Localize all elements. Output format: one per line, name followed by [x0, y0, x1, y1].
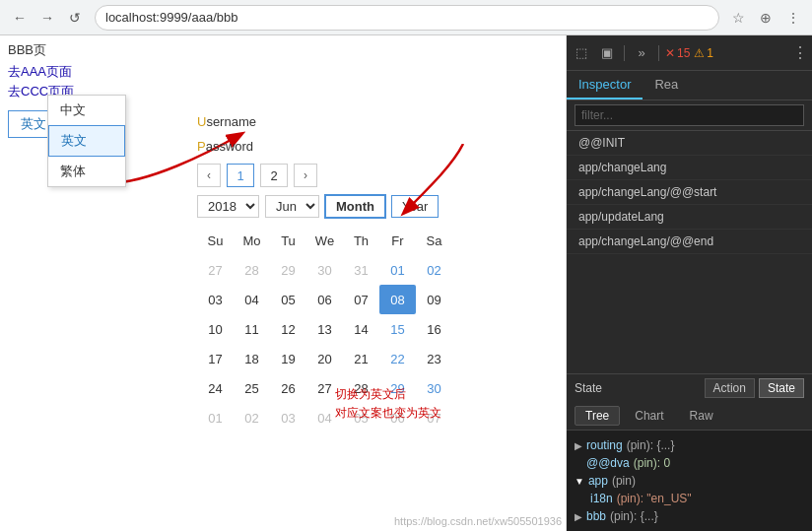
cal-cell[interactable]: 12: [270, 314, 306, 344]
next-page-button[interactable]: ›: [294, 164, 317, 187]
calendar-row-2: 10 11 12 13 14 15 16: [197, 314, 453, 344]
filter-input[interactable]: [575, 104, 804, 126]
back-button[interactable]: ←: [8, 6, 32, 30]
day-header-sa: Sa: [416, 226, 452, 255]
cal-cell[interactable]: 05: [270, 285, 306, 314]
cal-cell[interactable]: 28: [234, 255, 270, 285]
cal-cell[interactable]: 21: [343, 344, 379, 373]
devtools-menu-icon[interactable]: ⋮: [792, 43, 808, 62]
page-title: BBB页: [8, 41, 558, 59]
toolbar-separator: [624, 45, 625, 61]
tree-key: app: [588, 474, 608, 488]
day-header-tu: Tu: [270, 226, 306, 255]
tab-raw[interactable]: Raw: [679, 406, 724, 426]
cal-cell[interactable]: 26: [270, 373, 306, 403]
password-label: Password: [197, 139, 256, 154]
tree-routing[interactable]: ▶ routing (pin): {...}: [575, 436, 804, 454]
cal-cell[interactable]: 19: [270, 344, 306, 373]
month-select[interactable]: Jun: [265, 195, 319, 218]
lang-option-zhtw[interactable]: 繁体: [48, 157, 125, 186]
error-icon: ✕: [665, 46, 675, 60]
calendar-row-0: 27 28 29 30 31 01 02: [197, 255, 453, 285]
forward-button[interactable]: →: [35, 6, 59, 30]
inspector-item-changelang[interactable]: app/changeLang: [567, 156, 812, 180]
cal-cell[interactable]: 02: [234, 403, 270, 432]
inspect-element-icon[interactable]: ⬚: [571, 42, 592, 64]
tree-bbb[interactable]: ▶ bbb (pin): {...}: [575, 507, 804, 525]
responsive-icon[interactable]: ▣: [596, 42, 618, 64]
cal-cell[interactable]: 03: [197, 285, 234, 314]
lang-option-zhcn[interactable]: 中文: [48, 96, 125, 125]
year-select[interactable]: 2018: [197, 195, 259, 218]
cal-cell[interactable]: 22: [379, 344, 416, 373]
lang-option-en[interactable]: 英文: [48, 125, 125, 157]
action-button[interactable]: Action: [705, 378, 755, 398]
cal-cell[interactable]: 04: [234, 285, 270, 314]
username-label: Username: [197, 114, 256, 129]
cal-cell[interactable]: 23: [416, 344, 452, 373]
inspector-item-init[interactable]: @@INIT: [567, 131, 812, 156]
bookmark-icon[interactable]: ☆: [727, 7, 749, 29]
browser-icons: ☆ ⊕ ⋮: [727, 7, 804, 29]
cal-cell[interactable]: 07: [343, 285, 379, 314]
cal-cell[interactable]: 31: [343, 255, 379, 285]
cal-cell[interactable]: 29: [270, 255, 306, 285]
cal-cell[interactable]: 17: [197, 344, 234, 373]
cal-cell[interactable]: 09: [416, 285, 452, 314]
cal-cell[interactable]: 15: [379, 314, 416, 344]
state-button[interactable]: State: [759, 378, 804, 398]
reload-button[interactable]: ↺: [63, 6, 87, 30]
calendar-header-row: Su Mo Tu We Th Fr Sa: [197, 226, 453, 255]
page-1-button[interactable]: 1: [227, 164, 254, 187]
inspector-item-changelang-end[interactable]: app/changeLang/@@end: [567, 230, 812, 254]
watermark: https://blog.csdn.net/xw505501936: [394, 515, 562, 527]
cal-cell[interactable]: 01: [197, 403, 234, 432]
menu-icon[interactable]: ⋮: [782, 7, 804, 29]
inspector-item-changelang-start[interactable]: app/changeLang/@@start: [567, 180, 812, 205]
cal-cell[interactable]: 20: [306, 344, 343, 373]
cal-cell[interactable]: 16: [416, 314, 452, 344]
tab-tree[interactable]: Tree: [575, 406, 620, 426]
cal-cell[interactable]: 13: [306, 314, 343, 344]
cal-cell[interactable]: 18: [234, 344, 270, 373]
cal-cell[interactable]: 24: [197, 373, 234, 403]
warn-badge: ⚠ 1: [694, 46, 713, 60]
more-tools-icon[interactable]: »: [631, 42, 652, 64]
cal-cell[interactable]: 25: [234, 373, 270, 403]
tree-dva[interactable]: ▶ @@dva (pin): 0: [575, 454, 804, 472]
year-view-button[interactable]: Year: [391, 195, 439, 218]
link-aaa[interactable]: 去AAA页面: [8, 63, 558, 81]
state-tree: ▶ routing (pin): {...} ▶ @@dva (pin): 0 …: [567, 431, 812, 531]
tab-rea[interactable]: Rea: [643, 71, 690, 100]
address-bar[interactable]: [95, 5, 719, 31]
tree-key: @@dva: [586, 456, 630, 470]
tree-app[interactable]: ▼ app (pin): [575, 472, 804, 490]
calendar-area: ‹ 1 2 › 2018 Jun Month Year: [197, 164, 453, 432]
warn-count: 1: [707, 46, 713, 60]
prev-page-button[interactable]: ‹: [197, 164, 221, 187]
tree-app-i18n[interactable]: i18n (pin): "en_US": [575, 490, 804, 507]
cal-cell[interactable]: 02: [416, 255, 452, 285]
tab-inspector[interactable]: Inspector: [567, 71, 643, 100]
extension-icon[interactable]: ⊕: [755, 7, 777, 29]
month-view-button[interactable]: Month: [325, 195, 385, 218]
tab-chart[interactable]: Chart: [624, 406, 674, 426]
cal-cell[interactable]: 01: [379, 255, 416, 285]
cal-cell[interactable]: 06: [306, 285, 343, 314]
annotation-line2: 对应文案也变为英文: [335, 404, 441, 423]
password-first-char: P: [197, 139, 206, 154]
cal-cell[interactable]: 14: [343, 314, 379, 344]
cal-cell[interactable]: 10: [197, 314, 234, 344]
cal-cell[interactable]: 30: [306, 255, 343, 285]
cal-cell-today[interactable]: 08: [379, 285, 416, 314]
toolbar-separator2: [658, 45, 659, 61]
cal-cell[interactable]: 03: [270, 403, 306, 432]
inspector-item-updatelang[interactable]: app/updateLang: [567, 205, 812, 230]
state-sub-tabs: Tree Chart Raw: [567, 402, 812, 431]
cal-cell[interactable]: 27: [197, 255, 234, 285]
page-2-button[interactable]: 2: [260, 164, 288, 187]
tree-val: (pin): {...}: [627, 438, 675, 452]
warn-icon: ⚠: [694, 46, 705, 60]
cal-cell[interactable]: 11: [234, 314, 270, 344]
tree-key: routing: [586, 438, 623, 452]
